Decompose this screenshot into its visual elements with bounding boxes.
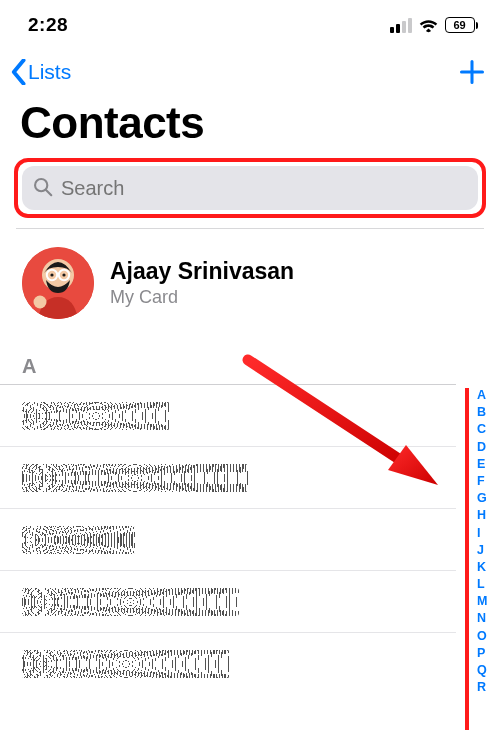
my-card-row[interactable]: Ajaay Srinivasan My Card: [0, 237, 500, 333]
back-label: Lists: [28, 60, 71, 84]
battery-icon: 69: [445, 17, 479, 33]
svg-point-7: [50, 273, 53, 276]
index-letter[interactable]: N: [477, 611, 495, 626]
cellular-signal-icon: [390, 18, 412, 33]
index-letter[interactable]: D: [477, 440, 495, 455]
my-card-subtitle: My Card: [110, 287, 294, 308]
my-card-name: Ajaay Srinivasan: [110, 258, 294, 285]
index-letter[interactable]: B: [477, 405, 495, 420]
index-letter[interactable]: K: [477, 560, 495, 575]
search-icon: [32, 176, 53, 201]
wifi-icon: [418, 18, 439, 33]
index-letter[interactable]: R: [477, 680, 495, 695]
avatar: [22, 247, 94, 319]
index-letter[interactable]: H: [477, 508, 495, 523]
contact-list: [0, 384, 500, 694]
back-button[interactable]: Lists: [10, 59, 71, 85]
page-title: Contacts: [0, 94, 500, 158]
annotation-search-highlight: [14, 158, 486, 218]
nav-bar: Lists: [0, 44, 500, 94]
redacted-name: [22, 526, 135, 554]
contact-row[interactable]: [0, 570, 456, 632]
redacted-name: [22, 402, 170, 430]
contact-row[interactable]: [0, 632, 456, 694]
contact-row[interactable]: [0, 508, 456, 570]
index-letter[interactable]: G: [477, 491, 495, 506]
redacted-name: [22, 464, 248, 492]
index-letter[interactable]: E: [477, 457, 495, 472]
status-time: 2:28: [28, 14, 68, 36]
my-card-text: Ajaay Srinivasan My Card: [110, 258, 294, 308]
add-contact-button[interactable]: [442, 56, 486, 88]
divider: [16, 228, 484, 229]
redacted-name: [22, 588, 239, 616]
svg-point-8: [62, 273, 65, 276]
index-letter[interactable]: P: [477, 646, 495, 661]
index-letter[interactable]: A: [477, 388, 495, 403]
section-header: A: [0, 333, 500, 384]
contact-row[interactable]: [0, 446, 456, 508]
svg-line-1: [46, 190, 51, 195]
search-field[interactable]: [22, 166, 478, 210]
index-letter[interactable]: O: [477, 629, 495, 644]
section-index[interactable]: ABCDEFGHIJKLMNOPQR: [465, 388, 495, 730]
index-letter[interactable]: C: [477, 422, 495, 437]
chevron-left-icon: [10, 59, 28, 85]
index-letter[interactable]: L: [477, 577, 495, 592]
contact-row[interactable]: [0, 384, 456, 446]
status-icons: 69: [390, 17, 479, 33]
index-letter[interactable]: Q: [477, 663, 495, 678]
index-letter[interactable]: F: [477, 474, 495, 489]
index-letter[interactable]: M: [477, 594, 495, 609]
redacted-name: [22, 650, 230, 678]
index-letter[interactable]: J: [477, 543, 495, 558]
search-input[interactable]: [61, 177, 468, 200]
plus-icon: [458, 58, 486, 86]
memoji-icon: [22, 247, 94, 319]
index-letter[interactable]: I: [477, 526, 495, 541]
status-bar: 2:28 69: [0, 0, 500, 44]
